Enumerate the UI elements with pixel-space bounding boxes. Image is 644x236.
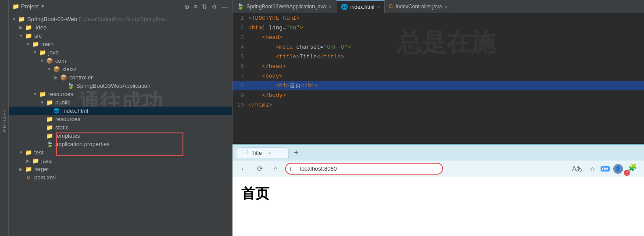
line-content: </body> — [248, 92, 286, 99]
tree-path-hint: F:\Java\SpringBoot-Study\SpringBoo... — [79, 16, 169, 22]
tree-item-public[interactable]: ▼ 📁 public — [9, 98, 232, 107]
code-token — [248, 63, 262, 70]
tab-close-btn[interactable]: × — [445, 4, 447, 9]
line-number: 2 — [233, 25, 248, 31]
code-token: </body> — [262, 92, 286, 99]
tree-item-springapp[interactable]: 🍃 SpringBoot03WebApplication — [9, 82, 232, 90]
new-tab-btn[interactable]: + — [290, 147, 302, 159]
folder-icon: 📁 — [46, 132, 54, 139]
tab-springboot[interactable]: 🍃 SpringBoot03WebApplication.java × — [233, 0, 336, 13]
tree-item-index-html[interactable]: 🌐 index.html — [9, 107, 232, 115]
code-line-7: 7 <body> — [233, 71, 644, 81]
code-token: <h1> — [275, 82, 289, 89]
page-heading: 首页 — [241, 184, 635, 204]
tree-item-resources-sub[interactable]: 📁 resources — [9, 115, 232, 123]
code-line-2: 2 <html lang="en"> — [233, 23, 644, 32]
tree-item-java[interactable]: ▼ 📁 java — [9, 48, 232, 57]
notification-badge: 1 — [624, 170, 630, 176]
collapse-icon[interactable]: ≡ — [193, 2, 198, 11]
tab-close-btn[interactable]: × — [377, 4, 379, 10]
tab-label: index.html — [351, 4, 375, 10]
address-bar-wrapper: ℹ — [285, 163, 443, 175]
code-line-1: 1 <!DOCTYPE html> — [233, 13, 644, 23]
folder-icon: 📁 — [32, 41, 39, 47]
tree-item-resources-main[interactable]: ▼ 📁 resources — [9, 90, 232, 98]
home-button[interactable]: ⌂ — [269, 163, 282, 175]
address-input[interactable] — [285, 163, 443, 175]
browser-tab-bar: 📄 Title × + — [233, 145, 644, 161]
code-token: > — [300, 25, 303, 31]
tree-item-main[interactable]: ▼ 📁 main — [9, 40, 232, 48]
user-avatar[interactable]: 👤 — [613, 164, 623, 174]
settings-icon[interactable]: ⚙ — [211, 2, 218, 11]
editor-tabs: 🍃 SpringBoot03WebApplication.java × 🌐 in… — [233, 0, 644, 13]
code-token: </head> — [262, 63, 286, 70]
folder-icon: 📁 — [25, 166, 32, 172]
refresh-button[interactable]: ⟳ — [254, 163, 266, 175]
tree-item-label: pom.xml — [34, 174, 56, 181]
tab-index-html[interactable]: 🌐 index.html × — [336, 0, 385, 13]
sort-icon[interactable]: ⇅ — [201, 2, 208, 11]
tree-item-src[interactable]: ▼ 📁 src — [9, 32, 232, 40]
code-token — [248, 44, 275, 50]
folder-icon: 📁 — [25, 149, 32, 156]
folder-icon: 📁 — [46, 116, 54, 122]
browser-tab-title[interactable]: 📄 Title × — [236, 147, 289, 158]
tab-controller[interactable]: C IndexController.java × — [385, 0, 452, 13]
back-button[interactable]: ← — [238, 163, 250, 175]
selected-text: 首页 — [290, 82, 301, 89]
line-content: <meta charset="UTF-8"> — [248, 44, 351, 50]
spring-tab-icon: 🍃 — [237, 3, 244, 10]
tree-item-pom-xml[interactable]: M pom.xml — [9, 173, 232, 182]
line-content: <!DOCTYPE html> — [248, 15, 300, 21]
collapse-arrow: ▼ — [25, 42, 32, 46]
code-token: <body> — [262, 73, 283, 79]
tree-item-target[interactable]: ▶ 📁 target — [9, 165, 232, 173]
home-icon: ⌂ — [273, 165, 278, 173]
star-icon[interactable]: ☆ — [588, 164, 597, 174]
tree-item-idea[interactable]: ▶ 📁 .idea — [9, 23, 232, 32]
line-content: </html> — [248, 102, 272, 108]
folder-icon: 📁 — [39, 91, 47, 97]
tree-item-test[interactable]: ▼ 📁 test — [9, 148, 232, 157]
locate-icon[interactable]: ⊕ — [183, 2, 190, 11]
folder-icon: 📁 — [12, 3, 19, 10]
code-token: Title — [300, 54, 317, 60]
dropdown-arrow[interactable]: ▼ — [40, 4, 45, 9]
tab-close-btn[interactable]: × — [329, 4, 331, 9]
tree-item-templates[interactable]: 📁 templates — [9, 132, 232, 140]
code-token: "UTF-8" — [324, 44, 348, 50]
code-token: <!DOCTYPE html> — [248, 15, 300, 21]
code-token: <head> — [262, 34, 283, 41]
line-number: 6 — [233, 63, 248, 70]
tree-item-label: com — [55, 57, 66, 64]
folder-java-icon: 📁 — [39, 49, 47, 56]
aa-icon[interactable]: Aあ — [570, 163, 584, 175]
code-token: = — [320, 44, 324, 50]
expand-arrow: ▶ — [18, 25, 25, 30]
tree-item-springboot-root[interactable]: ▼ 📁 SpringBoot-03-Web F:\Java\SpringBoot… — [9, 15, 232, 23]
minimize-icon[interactable]: — — [221, 2, 229, 11]
tree-item-test-java[interactable]: ▶ 📁 java — [9, 157, 232, 165]
code-token: <meta — [275, 44, 296, 50]
properties-file-icon: 🍃 — [46, 141, 54, 147]
tree-item-static[interactable]: 📁 static — [9, 123, 232, 132]
project-toolbar: 📁 Project ▼ ⊕ ≡ ⇅ ⚙ — — [9, 0, 232, 13]
tree-item-label: target — [34, 166, 49, 172]
tree-item-app-props[interactable]: 🍃 application.properties — [9, 140, 232, 148]
collapse-arrow: ▼ — [39, 58, 46, 63]
back-icon: ← — [240, 165, 247, 173]
nav-right-icons: Aあ ☆ ON 👤 🧩 1 — [570, 161, 639, 176]
tree-item-xleixz[interactable]: ▼ 📦 xleixz — [9, 65, 232, 73]
folder-pkg-icon: 📦 — [46, 57, 54, 64]
code-line-6: 6 </head> — [233, 61, 644, 71]
tab-close[interactable]: × — [268, 150, 271, 156]
tree-item-controller[interactable]: ▶ 📦 controller — [9, 73, 232, 82]
info-icon: ℹ — [290, 166, 292, 172]
tree-item-label: static — [55, 124, 68, 131]
translate-on-badge[interactable]: ON — [601, 166, 610, 172]
code-token: lang — [269, 25, 283, 31]
line-content: <html lang="en"> — [248, 25, 303, 31]
collapse-arrow: ▼ — [32, 92, 39, 97]
tree-item-com[interactable]: ▼ 📦 com — [9, 57, 232, 65]
